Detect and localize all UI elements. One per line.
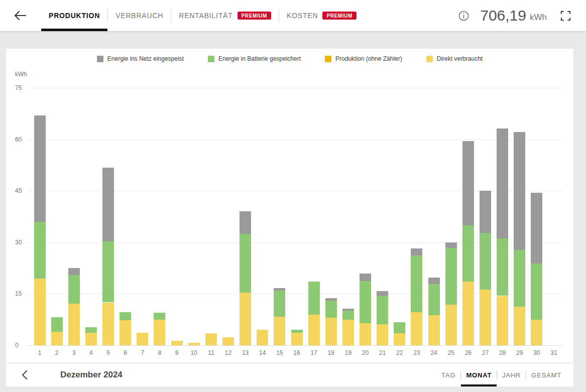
bar-segment-day-15[interactable] (274, 317, 285, 345)
bar-segment-day-13[interactable] (240, 293, 251, 345)
bar-segment-day-30[interactable] (531, 264, 542, 320)
x-tick-label: 25 (442, 349, 459, 356)
bar-segment-day-21[interactable] (377, 324, 388, 345)
x-tick-label: 19 (339, 349, 357, 356)
bar-segment-day-25[interactable] (445, 242, 457, 248)
bar-segment-day-28[interactable] (497, 128, 508, 238)
bar-segment-day-18[interactable] (325, 301, 337, 318)
x-tick-label: 18 (322, 349, 339, 356)
bar-segment-day-30[interactable] (531, 193, 542, 264)
bar-segment-day-7[interactable] (137, 333, 148, 345)
bar-segment-day-22[interactable] (394, 333, 405, 345)
view-tab-jahr[interactable]: JAHR (497, 363, 526, 386)
bar-segment-day-19[interactable] (342, 309, 354, 311)
period-label: Dezember 2024 (60, 363, 123, 386)
bar-segment-day-4[interactable] (85, 327, 97, 333)
bar-segment-day-2[interactable] (51, 317, 63, 332)
bar-segment-day-25[interactable] (445, 305, 457, 345)
bar-segment-day-20[interactable] (360, 274, 371, 281)
bar-segment-day-3[interactable] (68, 268, 80, 275)
bar-segment-day-25[interactable] (445, 248, 457, 305)
bar-segment-day-8[interactable] (154, 320, 165, 345)
bar-segment-day-23[interactable] (411, 312, 422, 345)
back-button[interactable] (14, 0, 26, 31)
bar-segment-day-26[interactable] (462, 141, 474, 225)
tab-kosten[interactable]: KOSTENPREMIUM (279, 0, 364, 31)
bar-segment-day-5[interactable] (102, 241, 114, 303)
bar-segment-day-3[interactable] (68, 304, 80, 345)
bar-segment-day-10[interactable] (188, 343, 200, 345)
x-tick-label: 20 (357, 349, 374, 356)
x-tick-label: 13 (237, 349, 254, 356)
tab-produktion[interactable]: PRODUKTION (41, 0, 107, 31)
view-tab-tag[interactable]: TAG (436, 363, 460, 386)
bar-segment-day-6[interactable] (120, 312, 131, 320)
x-tick-label: 15 (271, 349, 288, 356)
bar-segment-day-18[interactable] (325, 318, 337, 345)
bar-segment-day-8[interactable] (154, 313, 165, 320)
bar-segment-day-30[interactable] (531, 320, 542, 345)
bar-segment-day-27[interactable] (480, 191, 491, 233)
bar-segment-day-23[interactable] (411, 248, 422, 255)
bar-segment-day-24[interactable] (428, 284, 440, 315)
previous-period-button[interactable] (19, 363, 29, 386)
fullscreen-icon[interactable] (560, 11, 571, 21)
bar-segment-day-20[interactable] (360, 281, 371, 323)
bar-segment-day-15[interactable] (274, 291, 285, 317)
bar-segment-day-19[interactable] (342, 320, 354, 345)
bar-segment-day-9[interactable] (171, 341, 183, 345)
bar-segment-day-29[interactable] (514, 132, 525, 250)
x-tick-label: 9 (168, 349, 185, 356)
bar-segment-day-11[interactable] (205, 333, 217, 345)
view-tab-gesamt[interactable]: GESAMT (526, 363, 566, 386)
bar-segment-day-22[interactable] (394, 322, 405, 333)
total-production-value: 706,19 (480, 7, 526, 24)
bar-segment-day-23[interactable] (411, 255, 422, 313)
bar-segment-day-16[interactable] (291, 333, 303, 345)
bar-segment-day-24[interactable] (428, 278, 440, 285)
total-production-unit: kWh (530, 13, 547, 23)
bar-segment-day-13[interactable] (240, 234, 251, 293)
bar-segment-day-28[interactable] (497, 238, 508, 296)
view-tab-monat[interactable]: MONAT (461, 363, 497, 386)
bar-segment-day-17[interactable] (308, 282, 320, 315)
bar-segment-day-3[interactable] (68, 275, 80, 304)
bar-segment-day-1[interactable] (34, 222, 46, 279)
bar-segment-day-18[interactable] (325, 298, 337, 301)
bar-segment-day-26[interactable] (462, 225, 474, 282)
bar-segment-day-28[interactable] (497, 296, 508, 345)
y-tick-label: 0 (15, 342, 19, 349)
chevron-left-icon (21, 370, 28, 380)
bar-segment-day-14[interactable] (257, 330, 268, 345)
tab-rentabilität[interactable]: RENTABILITÄTPREMIUM (171, 0, 279, 31)
x-tick-label: 26 (459, 349, 477, 356)
bar-segment-day-19[interactable] (342, 311, 354, 320)
bar-segment-day-6[interactable] (120, 320, 131, 345)
bar-segment-day-12[interactable] (222, 337, 234, 345)
bar-segment-day-4[interactable] (85, 333, 97, 345)
bar-segment-day-29[interactable] (514, 250, 525, 307)
bar-segment-day-2[interactable] (51, 332, 63, 345)
bar-segment-day-15[interactable] (274, 288, 285, 291)
x-tick-label: 24 (425, 349, 442, 356)
bar-segment-day-21[interactable] (377, 291, 388, 296)
bar-segment-day-27[interactable] (480, 233, 491, 290)
bar-segment-day-16[interactable] (291, 330, 303, 333)
gridline (28, 88, 562, 88)
bar-segment-day-5[interactable] (102, 303, 114, 346)
bar-segment-day-26[interactable] (462, 282, 474, 345)
bar-segment-day-1[interactable] (34, 279, 46, 345)
info-icon[interactable] (458, 11, 469, 21)
bar-segment-day-13[interactable] (240, 211, 251, 234)
bar-segment-day-29[interactable] (514, 307, 525, 345)
bar-segment-day-20[interactable] (360, 323, 371, 345)
bar-segment-day-5[interactable] (102, 168, 114, 241)
bar-segment-day-17[interactable] (308, 315, 320, 345)
bar-segment-day-27[interactable] (480, 290, 491, 345)
tab-verbrauch[interactable]: VERBRAUCH (108, 0, 171, 31)
bar-segment-day-1[interactable] (34, 115, 46, 222)
x-tick-label: 10 (185, 349, 202, 356)
tab-label: VERBRAUCH (115, 12, 163, 20)
bar-segment-day-21[interactable] (377, 296, 388, 324)
bar-segment-day-24[interactable] (428, 315, 440, 345)
